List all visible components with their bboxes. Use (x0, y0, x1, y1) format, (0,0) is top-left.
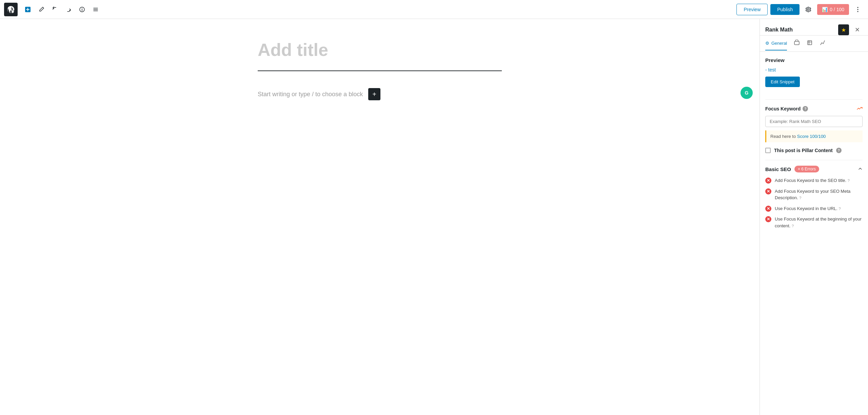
toolbar-right: Preview Publish 📊 0 / 100 (736, 3, 864, 16)
seo-check-title: ✕ Add Focus Keyword to the SEO title. ? (765, 177, 863, 184)
svg-point-3 (857, 9, 859, 10)
divider-1 (765, 99, 863, 100)
check-help-3[interactable]: ? (839, 207, 841, 211)
advanced-icon (820, 40, 826, 47)
toolbar-left (4, 3, 102, 16)
editor-area[interactable]: Add title Start writing or type / to cho… (0, 19, 760, 415)
divider-2 (765, 160, 863, 160)
check-error-icon-1: ✕ (765, 178, 771, 184)
seo-check-beginning: ✕ Use Focus Keyword at the beginning of … (765, 216, 863, 229)
main-layout: Add title Start writing or type / to cho… (0, 19, 868, 415)
preview-section: Preview - test Edit Snippet (765, 57, 863, 94)
sidebar-title: Rank Math (765, 27, 793, 33)
sidebar-header-icons: ★ ✕ (838, 24, 863, 35)
post-title-input[interactable]: Add title (258, 39, 502, 60)
sidebar-content: Preview - test Edit Snippet Focus Keywor… (760, 52, 868, 415)
trend-icon[interactable] (856, 105, 863, 112)
check-error-icon-2: ✕ (765, 188, 771, 194)
basic-seo-section: Basic SEO × 6 Errors ✕ (765, 166, 863, 229)
pillar-content-row: This post is Pillar Content ? (765, 148, 863, 153)
sidebar-header: Rank Math ★ ✕ (760, 19, 868, 36)
social-icon (794, 40, 800, 47)
check-text-1: Add Focus Keyword to the SEO title. ? (775, 177, 863, 184)
preview-link[interactable]: - test (765, 67, 863, 72)
check-text-2: Add Focus Keyword to your SEO Meta Descr… (775, 188, 863, 201)
tab-advanced[interactable] (820, 36, 826, 51)
check-text-4: Use Focus Keyword at the beginning of yo… (775, 216, 863, 229)
schema-icon (807, 40, 813, 47)
svg-rect-6 (808, 41, 812, 45)
check-help-4[interactable]: ? (792, 224, 794, 228)
pillar-content-checkbox[interactable] (765, 148, 771, 153)
check-error-icon-4: ✕ (765, 216, 771, 222)
add-block-button[interactable] (22, 3, 34, 16)
focus-keyword-help-icon[interactable]: ? (803, 106, 808, 111)
seo-check-url: ✕ Use Focus Keyword in the URL. ? (765, 205, 863, 212)
settings-button[interactable] (802, 3, 814, 16)
focus-keyword-header: Focus Keyword ? (765, 105, 863, 112)
add-block-inline-button[interactable]: + (368, 88, 380, 100)
basic-seo-left: Basic SEO × 6 Errors (765, 166, 819, 172)
check-help-2[interactable]: ? (799, 196, 801, 200)
tab-general[interactable]: ⚙ General (765, 37, 787, 50)
main-toolbar: Preview Publish 📊 0 / 100 (0, 0, 868, 19)
star-button[interactable]: ★ (838, 24, 849, 35)
tab-schema[interactable] (807, 36, 813, 51)
svg-point-2 (857, 7, 859, 8)
redo-button[interactable] (62, 3, 75, 16)
score-value: 0 / 100 (830, 7, 844, 12)
svg-rect-5 (794, 41, 799, 45)
block-placeholder-text: Start writing or type / to choose a bloc… (258, 91, 363, 98)
title-divider (258, 70, 502, 71)
star-icon: ★ (841, 27, 846, 33)
focus-keyword-title: Focus Keyword ? (765, 106, 808, 111)
check-error-icon-3: ✕ (765, 206, 771, 212)
focus-keyword-section: Focus Keyword ? Read here to Score 100/1… (765, 105, 863, 142)
seo-checks-list: ✕ Add Focus Keyword to the SEO title. ? … (765, 177, 863, 229)
publish-button[interactable]: Publish (770, 4, 800, 15)
rank-math-sidebar: Rank Math ★ ✕ ⚙ General (760, 19, 868, 415)
info-button[interactable] (76, 3, 88, 16)
close-sidebar-button[interactable]: ✕ (852, 24, 863, 35)
score-hint-link[interactable]: Score 100/100 (797, 134, 826, 139)
editor-inner: Add title Start writing or type / to cho… (244, 19, 515, 127)
score-icon: 📊 (822, 7, 828, 12)
sidebar-tabs: ⚙ General (760, 36, 868, 52)
edit-pen-button[interactable] (35, 3, 47, 16)
score-hint: Read here to Score 100/100 (765, 130, 863, 142)
svg-point-4 (857, 11, 859, 12)
focus-keyword-input[interactable] (765, 116, 863, 127)
wordpress-logo[interactable] (4, 3, 18, 16)
more-options-button[interactable] (90, 3, 102, 16)
chevron-up-icon (858, 166, 863, 172)
rank-math-score-button[interactable]: 📊 0 / 100 (817, 4, 849, 15)
grammarly-button[interactable]: G (741, 87, 753, 99)
basic-seo-title: Basic SEO (765, 166, 791, 172)
preview-section-title: Preview (765, 57, 863, 63)
pillar-content-help-icon[interactable]: ? (836, 148, 842, 153)
errors-badge-label: × 6 Errors (798, 167, 816, 171)
basic-seo-header[interactable]: Basic SEO × 6 Errors (765, 166, 863, 172)
preview-button[interactable]: Preview (736, 4, 768, 15)
general-icon: ⚙ (765, 41, 769, 46)
pillar-content-label: This post is Pillar Content (774, 148, 833, 153)
kebab-menu-button[interactable] (852, 3, 864, 16)
tab-social[interactable] (794, 36, 800, 51)
edit-snippet-button[interactable]: Edit Snippet (765, 77, 800, 87)
block-starter-area[interactable]: Start writing or type / to choose a bloc… (258, 81, 502, 107)
undo-button[interactable] (49, 3, 61, 16)
seo-check-meta: ✕ Add Focus Keyword to your SEO Meta Des… (765, 188, 863, 201)
check-help-1[interactable]: ? (848, 179, 850, 183)
errors-badge: × 6 Errors (794, 166, 819, 172)
check-text-3: Use Focus Keyword in the URL. ? (775, 205, 863, 212)
